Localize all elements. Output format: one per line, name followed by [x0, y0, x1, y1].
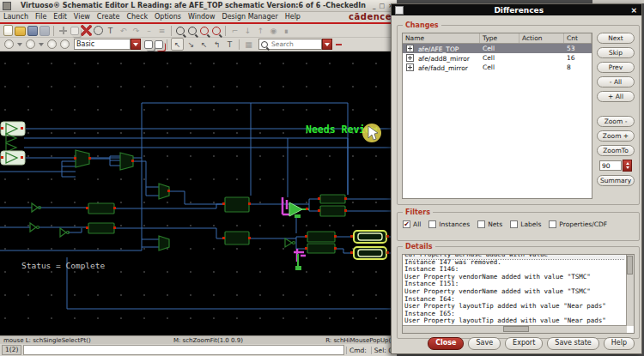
export-button[interactable]: Export [505, 337, 543, 350]
menu-options[interactable]: Options [155, 13, 181, 21]
move-icon[interactable] [58, 25, 69, 36]
column-name[interactable]: Name [403, 33, 480, 43]
next-button[interactable]: Next [597, 33, 635, 44]
save-hierarchy-icon[interactable] [39, 26, 50, 36]
column-cnt[interactable]: Cnt [564, 33, 592, 43]
checkbox-checked-icon[interactable]: ✔ [403, 220, 410, 228]
schematic-canvas[interactable]: Needs Review Status = Complete [0, 51, 397, 335]
instance-pair-icon[interactable] [144, 40, 153, 49]
menu-create[interactable]: Create [97, 13, 120, 21]
workspace-combo[interactable]: Basic [74, 39, 141, 50]
lock-icon[interactable] [281, 25, 292, 36]
open-icon[interactable] [15, 27, 26, 36]
redo-arrow-icon[interactable] [131, 25, 142, 36]
combo-dropdown-button[interactable] [131, 39, 141, 50]
workspace-circle-icon[interactable] [47, 39, 57, 49]
table-row[interactable]: afe/add8_mirror Cell 16 [403, 53, 592, 63]
search-options-dash-icon[interactable] [336, 44, 342, 45]
probe-icon[interactable] [268, 25, 279, 36]
menu-window[interactable]: Window [188, 13, 216, 21]
expand-icon[interactable] [406, 45, 414, 52]
workspace-circle-icon[interactable] [4, 39, 14, 49]
input-buffer-highlighted[interactable] [1, 151, 25, 165]
changes-table[interactable]: Name Type Action Cnt afe/AFE_TOP Cell 53… [402, 33, 592, 199]
checkbox-icon[interactable] [477, 220, 485, 228]
zoom-in-icon[interactable] [176, 27, 185, 35]
plus-all-button[interactable]: + All [597, 91, 635, 102]
maximize-button[interactable]: □ [380, 3, 386, 9]
close-dialog-button[interactable]: Close [428, 337, 464, 350]
zoom-in-button[interactable]: Zoom + [597, 130, 635, 142]
rotate-cursor-icon[interactable] [211, 39, 222, 50]
filter-nets[interactable]: Nets [477, 220, 502, 228]
spinner-steppers[interactable] [623, 160, 632, 172]
zoom-fit-icon[interactable] [200, 27, 209, 35]
details-horizontal-scrollbar[interactable] [403, 325, 627, 333]
save-state-button[interactable]: Save state [547, 337, 598, 350]
text-cursor-icon[interactable] [224, 39, 235, 50]
menu-file[interactable]: File [35, 13, 46, 21]
copy-icon[interactable] [70, 27, 79, 35]
zoom-out-button[interactable]: Zoom - [597, 116, 635, 127]
zoom-percent-input[interactable] [599, 160, 622, 171]
undo-icon[interactable] [94, 26, 103, 35]
menu-view[interactable]: View [74, 13, 90, 21]
help-button[interactable]: Help [604, 337, 635, 350]
scrollbar-thumb[interactable] [627, 256, 633, 275]
menu-edit[interactable]: Edit [53, 13, 67, 21]
scrollbar-thumb[interactable] [503, 326, 529, 332]
checkbox-icon[interactable] [510, 220, 518, 228]
column-type[interactable]: Type [480, 33, 519, 43]
menu-help[interactable]: Help [285, 13, 301, 21]
chevron-down-icon[interactable] [17, 43, 22, 46]
menu-launch[interactable]: Launch [3, 13, 28, 21]
delete-icon[interactable] [81, 25, 92, 36]
filter-all[interactable]: ✔ All [403, 220, 421, 228]
details-text-area[interactable]: Cdf Property acPhase added with value ""… [402, 254, 635, 334]
stretch-cursor-icon[interactable] [185, 39, 197, 50]
spinner-up-icon[interactable] [626, 162, 629, 165]
column-action[interactable]: Action [519, 33, 564, 43]
table-row[interactable]: afe/fadd_mirror Cell 8 [403, 63, 592, 72]
minus-all-button[interactable]: - All [597, 76, 635, 87]
filter-labels[interactable]: Labels [510, 220, 541, 228]
new-cellview-icon[interactable] [3, 25, 13, 36]
dialog-close-button[interactable]: × [630, 6, 637, 15]
zoom-to-button[interactable]: ZoomTo [597, 145, 635, 156]
virtuoso-titlebar[interactable]: Virtuoso® Schematic Editor L Reading: af… [0, 0, 397, 12]
zoom-select-icon[interactable] [212, 27, 221, 35]
search-input[interactable] [270, 40, 321, 48]
summary-button[interactable]: Summary [597, 175, 635, 186]
differences-titlebar[interactable]: Differences × [392, 4, 641, 15]
save-button[interactable]: Save [468, 337, 501, 350]
ascend-icon[interactable] [255, 25, 266, 36]
filter-instances[interactable]: Instances [428, 220, 470, 228]
instance-pair-alt-icon[interactable] [155, 40, 163, 49]
prev-button[interactable]: Prev [597, 62, 635, 73]
checkbox-icon[interactable] [549, 220, 556, 228]
checkbox-icon[interactable] [428, 220, 436, 228]
workspace-circle-icon[interactable] [60, 39, 70, 49]
filter-properties-cdf[interactable]: Properties/CDF [549, 220, 607, 228]
bus-icon[interactable] [156, 25, 167, 36]
select-cursor-icon[interactable] [171, 38, 184, 51]
workspace-circle-icon[interactable] [26, 39, 35, 49]
search-dropdown-button[interactable] [322, 39, 332, 50]
menu-check[interactable]: Check [126, 13, 148, 21]
expand-icon[interactable] [406, 63, 414, 71]
table-row[interactable]: afe/AFE_TOP Cell 53 [403, 44, 592, 53]
input-buffer-highlighted[interactable] [1, 122, 25, 136]
save-icon[interactable] [27, 26, 38, 36]
details-vertical-scrollbar[interactable] [626, 255, 634, 326]
chevron-down-icon[interactable] [39, 43, 44, 46]
skip-button[interactable]: Skip [597, 47, 635, 58]
hierarchy-icon[interactable] [229, 25, 240, 36]
calculator-icon[interactable] [243, 39, 254, 50]
partial-select-icon[interactable] [198, 39, 210, 50]
wire-icon[interactable] [143, 25, 155, 36]
spinner-down-icon[interactable] [626, 166, 629, 169]
text-label-icon[interactable] [105, 25, 116, 36]
expand-icon[interactable] [406, 54, 414, 62]
workspace-combo-value[interactable]: Basic [74, 39, 131, 50]
zoom-out-icon[interactable] [188, 27, 197, 35]
